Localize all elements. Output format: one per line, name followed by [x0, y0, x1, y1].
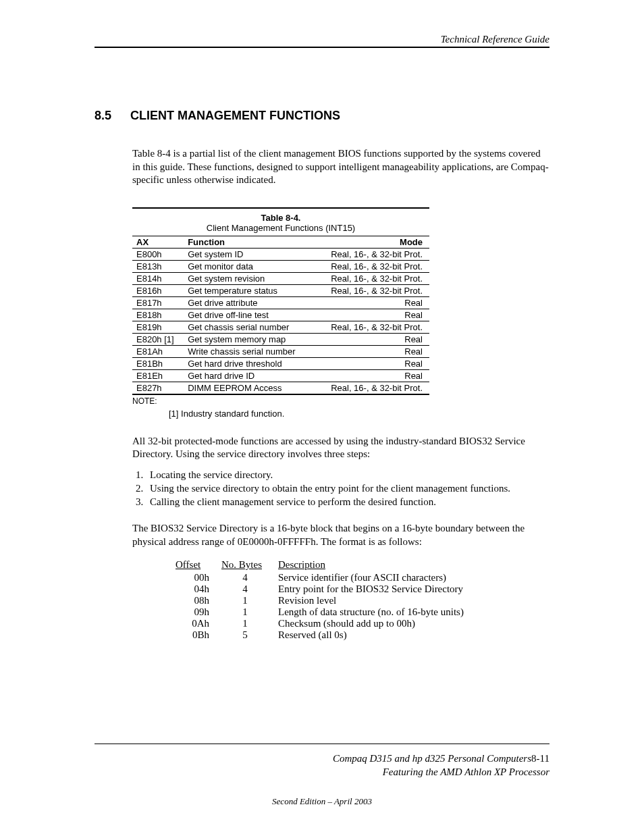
section-title: CLIENT MANAGEMENT FUNCTIONS — [130, 109, 340, 123]
cell-ax: E820h [1] — [132, 333, 184, 345]
cell-ax: E814h — [132, 272, 184, 284]
table-row: E827hDIMM EEPROM AccessReal, 16-, & 32-b… — [132, 382, 429, 394]
cell-desc: Revision level — [278, 595, 473, 606]
cell-desc: Checksum (should add up to 00h) — [278, 618, 473, 629]
cell-mode: Real, 16-, & 32-bit Prot. — [314, 321, 429, 333]
table-row: E818hGet drive off-line testReal — [132, 309, 429, 321]
cell-mode: Real — [314, 357, 429, 369]
paragraph-2: All 32-bit protected-mode functions are … — [132, 435, 549, 461]
footer-line2: Featuring the AMD Athlon XP Processor — [383, 766, 549, 777]
cell-bytes: 4 — [221, 583, 278, 595]
cell-mode: Real — [314, 309, 429, 321]
functions-table-wrap: Table 8-4. Client Management Functions (… — [132, 207, 429, 395]
table-row: E820h [1]Get system memory mapReal — [132, 333, 429, 345]
page-footer: Compaq D315 and hp d325 Personal Compute… — [95, 744, 549, 807]
table-row: 00h4Service identifier (four ASCII chara… — [176, 572, 473, 583]
cell-offset: 0Bh — [176, 629, 221, 641]
cell-mode: Real — [314, 296, 429, 309]
col-function: Function — [184, 236, 314, 248]
table-row: E81EhGet hard drive IDReal — [132, 369, 429, 382]
footer-page-number: 8-11 — [531, 753, 549, 764]
cell-desc: Reserved (all 0s) — [278, 629, 473, 641]
table-row: 08h1Revision level — [176, 595, 473, 606]
offset-col-desc: Description — [278, 559, 473, 572]
cell-function: DIMM EEPROM Access — [184, 382, 314, 394]
cell-offset: 0Ah — [176, 618, 221, 629]
col-mode: Mode — [314, 236, 429, 248]
table-row: E814hGet system revisionReal, 16-, & 32-… — [132, 272, 429, 284]
cell-bytes: 5 — [221, 629, 278, 641]
cell-mode: Real, 16-, & 32-bit Prot. — [314, 284, 429, 296]
offset-col-bytes: No. Bytes — [221, 559, 278, 572]
list-item: Using the service directory to obtain th… — [146, 481, 549, 495]
cell-ax: E816h — [132, 284, 184, 296]
cell-ax: E81Ah — [132, 345, 184, 357]
cell-ax: E827h — [132, 382, 184, 394]
table-note-label: NOTE: — [132, 396, 549, 406]
cell-bytes: 1 — [221, 606, 278, 618]
table-row: E816hGet temperature statusReal, 16-, & … — [132, 284, 429, 296]
cell-mode: Real — [314, 369, 429, 382]
cell-mode: Real, 16-, & 32-bit Prot. — [314, 248, 429, 260]
footer-line1a: Compaq D315 and hp d325 Personal Compute… — [333, 753, 531, 764]
footer-rule — [95, 744, 549, 744]
cell-ax: E818h — [132, 309, 184, 321]
cell-function: Get hard drive ID — [184, 369, 314, 382]
cell-offset: 00h — [176, 572, 221, 583]
cell-offset: 08h — [176, 595, 221, 606]
table-row: E800hGet system IDReal, 16-, & 32-bit Pr… — [132, 248, 429, 260]
cell-function: Write chassis serial number — [184, 345, 314, 357]
cell-function: Get system ID — [184, 248, 314, 260]
cell-ax: E819h — [132, 321, 184, 333]
cell-function: Get system memory map — [184, 333, 314, 345]
cell-bytes: 4 — [221, 572, 278, 583]
table-row: E813hGet monitor dataReal, 16-, & 32-bit… — [132, 260, 429, 272]
table-row: 04h4Entry point for the BIOS32 Service D… — [176, 583, 473, 595]
header-rule — [95, 47, 549, 48]
cell-function: Get drive attribute — [184, 296, 314, 309]
table-row: 0Ah1Checksum (should add up to 00h) — [176, 618, 473, 629]
cell-offset: 09h — [176, 606, 221, 618]
section-number: 8.5 — [95, 109, 111, 123]
page-header: Technical Reference Guide — [95, 34, 549, 47]
cell-ax: E817h — [132, 296, 184, 309]
cell-bytes: 1 — [221, 618, 278, 629]
footer-edition: Second Edition – April 2003 — [95, 796, 549, 807]
table-caption: Client Management Functions (INT15) — [132, 223, 429, 236]
list-item: Locating the service directory. — [146, 468, 549, 481]
cell-function: Get chassis serial number — [184, 321, 314, 333]
table-row: E81AhWrite chassis serial numberReal — [132, 345, 429, 357]
cell-function: Get temperature status — [184, 284, 314, 296]
cell-mode: Real — [314, 333, 429, 345]
section-heading: 8.5 CLIENT MANAGEMENT FUNCTIONS — [95, 109, 549, 123]
cell-desc: Length of data structure (no. of 16-byte… — [278, 606, 473, 618]
cell-function: Get system revision — [184, 272, 314, 284]
table-row: E819hGet chassis serial numberReal, 16-,… — [132, 321, 429, 333]
cell-bytes: 1 — [221, 595, 278, 606]
table-row: E817hGet drive attributeReal — [132, 296, 429, 309]
intro-paragraph: Table 8-4 is a partial list of the clien… — [132, 147, 549, 187]
table-row: 0Bh5Reserved (all 0s) — [176, 629, 473, 641]
paragraph-3: The BIOS32 Service Directory is a 16-byt… — [132, 522, 549, 548]
offset-table: Offset No. Bytes Description 00h4Service… — [176, 559, 473, 641]
table-note-text: [1] Industry standard function. — [169, 409, 549, 419]
cell-ax: E81Eh — [132, 369, 184, 382]
cell-function: Get hard drive threshold — [184, 357, 314, 369]
functions-table: AX Function Mode E800hGet system IDReal,… — [132, 236, 429, 395]
col-ax: AX — [132, 236, 184, 248]
table-row: E81BhGet hard drive thresholdReal — [132, 357, 429, 369]
cell-desc: Entry point for the BIOS32 Service Direc… — [278, 583, 473, 595]
cell-ax: E81Bh — [132, 357, 184, 369]
table-label: Table 8-4. — [132, 209, 429, 223]
table-row: 09h1Length of data structure (no. of 16-… — [176, 606, 473, 618]
cell-offset: 04h — [176, 583, 221, 595]
header-title: Technical Reference Guide — [441, 34, 549, 45]
cell-ax: E813h — [132, 260, 184, 272]
cell-mode: Real, 16-, & 32-bit Prot. — [314, 382, 429, 394]
list-item: Calling the client management service to… — [146, 495, 549, 509]
cell-mode: Real — [314, 345, 429, 357]
cell-function: Get drive off-line test — [184, 309, 314, 321]
cell-mode: Real, 16-, & 32-bit Prot. — [314, 260, 429, 272]
cell-desc: Service identifier (four ASCII character… — [278, 572, 473, 583]
cell-mode: Real, 16-, & 32-bit Prot. — [314, 272, 429, 284]
